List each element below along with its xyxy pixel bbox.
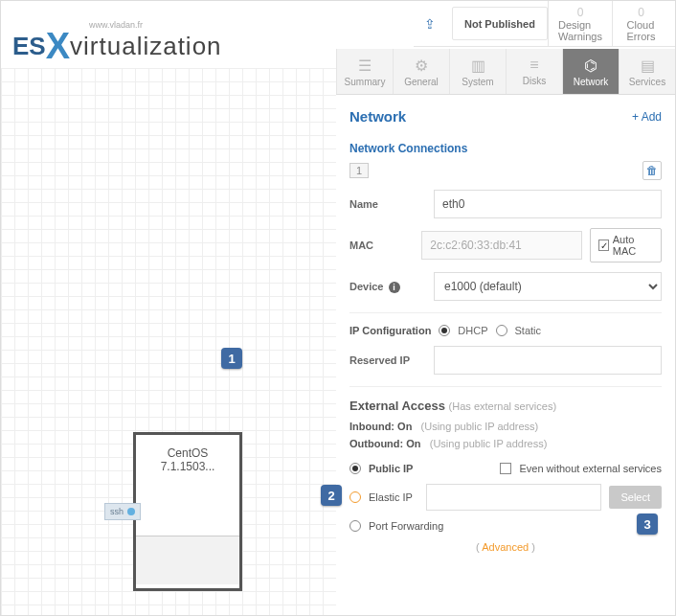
detail-tabs: ☰Summary ⚙General ▥System ≡Disks ⌬Networ… [336, 49, 675, 95]
tab-disks[interactable]: ≡Disks [506, 49, 562, 94]
external-access-title: External Access [349, 399, 445, 413]
disks-icon: ≡ [530, 57, 538, 74]
select-button[interactable]: Select [609, 486, 662, 509]
network-panel: Network + Add Network Connections 1 🗑 Na… [336, 95, 675, 615]
static-radio[interactable] [496, 325, 507, 336]
add-connection-link[interactable]: + Add [632, 110, 662, 124]
auto-mac-checkbox[interactable]: ✓Auto MAC [590, 228, 662, 262]
services-icon: ▤ [641, 57, 655, 75]
design-warnings[interactable]: 0 DesignWarnings [548, 1, 612, 46]
tab-summary[interactable]: ☰Summary [336, 49, 393, 94]
even-without-checkbox[interactable] [500, 463, 511, 474]
step-callout-1: 1 [221, 348, 242, 369]
vm-version: 7.1.1503... [161, 460, 215, 473]
step-callout-3: 3 [637, 513, 658, 535]
info-icon[interactable]: i [389, 282, 400, 293]
connections-title: Network Connections [349, 142, 662, 155]
publish-icon[interactable]: ⇪ [414, 7, 446, 40]
elastic-ip-radio[interactable] [349, 491, 361, 503]
reserved-ip-input[interactable] [434, 346, 662, 375]
panel-title: Network [349, 108, 406, 125]
ipconf-label: IP Configuration [349, 325, 431, 336]
cloud-errors[interactable]: 0 CloudErrors [612, 1, 669, 46]
tab-network[interactable]: ⌬Network [562, 49, 619, 94]
top-status-bar: ⇪ Not Published 0 DesignWarnings 0 Cloud… [414, 1, 675, 47]
port-forwarding-radio[interactable] [349, 520, 361, 532]
vm-title: CentOS [168, 446, 209, 460]
vm-node[interactable]: CentOS 7.1.1503... [133, 432, 242, 591]
tab-services[interactable]: ▤Services [619, 49, 675, 94]
public-ip-radio[interactable] [349, 463, 361, 474]
step-callout-2: 2 [321, 485, 342, 506]
name-input[interactable] [434, 190, 662, 218]
tab-system[interactable]: ▥System [449, 49, 506, 94]
network-icon: ⌬ [584, 57, 597, 75]
device-select[interactable]: e1000 (default) [434, 272, 662, 301]
elastic-ip-input[interactable] [426, 484, 602, 511]
dhcp-radio[interactable] [439, 325, 450, 336]
ssh-badge[interactable]: ssh [104, 503, 141, 520]
name-label: Name [349, 198, 434, 210]
connection-tab-1[interactable]: 1 [349, 163, 369, 178]
ssh-status-icon [127, 508, 135, 515]
mac-label: MAC [349, 240, 421, 251]
advanced-link[interactable]: ( Advanced ) [349, 541, 662, 553]
brand-logo: www.vladan.fr ESXvirtualization [12, 26, 222, 67]
tab-general[interactable]: ⚙General [393, 49, 449, 94]
mac-input[interactable] [421, 231, 582, 260]
vm-footer [136, 536, 239, 584]
brand-url: www.vladan.fr [89, 20, 143, 30]
device-label: Device i [349, 281, 434, 293]
external-access-hint: (Has external services) [449, 400, 556, 412]
reserved-ip-label: Reserved IP [349, 354, 434, 366]
delete-connection-button[interactable]: 🗑 [642, 161, 662, 180]
publish-status[interactable]: Not Published [452, 7, 548, 40]
cpu-icon: ▥ [471, 57, 485, 75]
list-icon: ☰ [358, 57, 372, 75]
design-canvas[interactable]: CentOS 7.1.1503... ssh [1, 68, 336, 615]
gears-icon: ⚙ [415, 57, 428, 75]
